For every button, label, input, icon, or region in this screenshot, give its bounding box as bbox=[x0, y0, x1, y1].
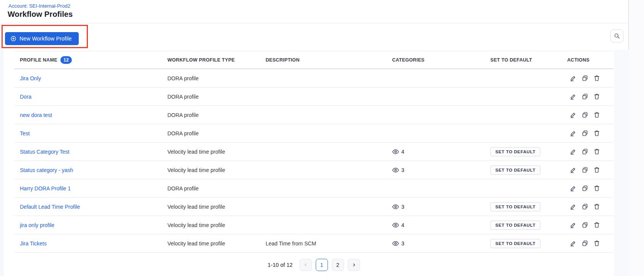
eye-icon[interactable] bbox=[392, 240, 399, 247]
profile-name-link[interactable]: jira only profile bbox=[20, 222, 54, 228]
account-breadcrumb-link[interactable]: Account: SEI-Internal-Prod2 bbox=[8, 3, 70, 9]
copy-icon[interactable] bbox=[581, 240, 588, 247]
profile-name-cell: Test bbox=[20, 130, 167, 136]
profile-type-cell: Velocity lead time profile bbox=[167, 240, 266, 247]
categories-count: 4 bbox=[401, 149, 404, 155]
delete-icon[interactable] bbox=[593, 75, 600, 82]
table-row: jira only profile Velocity lead time pro… bbox=[15, 216, 613, 234]
profile-name-link[interactable]: Jira Tickets bbox=[20, 240, 47, 247]
copy-icon[interactable] bbox=[581, 130, 588, 137]
eye-icon[interactable] bbox=[392, 148, 399, 155]
edit-icon[interactable] bbox=[569, 203, 576, 210]
table-row: Status category - yash Velocity lead tim… bbox=[15, 161, 613, 179]
profile-name-link[interactable]: Status category - yash bbox=[20, 167, 73, 173]
profile-type-cell: DORA profile bbox=[167, 94, 266, 100]
delete-icon[interactable] bbox=[593, 222, 600, 229]
table-row: Dora DORA profile bbox=[15, 88, 613, 106]
edit-icon[interactable] bbox=[569, 93, 576, 100]
copy-icon[interactable] bbox=[581, 148, 588, 155]
copy-icon[interactable] bbox=[581, 203, 588, 210]
search-button[interactable] bbox=[610, 29, 623, 42]
delete-icon[interactable] bbox=[593, 240, 600, 247]
edit-icon[interactable] bbox=[569, 75, 576, 82]
categories-count: 3 bbox=[401, 167, 404, 173]
table-row: new dora test DORA profile bbox=[15, 106, 613, 124]
categories-cell: 4 bbox=[392, 222, 490, 229]
table-row: Harry DORA Profile 1 DORA profile bbox=[15, 179, 613, 198]
profile-name-link[interactable]: Dora bbox=[20, 94, 31, 100]
delete-icon[interactable] bbox=[593, 148, 600, 155]
profile-type-cell: DORA profile bbox=[167, 130, 266, 136]
eye-icon[interactable] bbox=[392, 167, 399, 174]
column-header-description[interactable]: DESCRIPTION bbox=[266, 57, 392, 63]
profile-name-link[interactable]: Test bbox=[20, 130, 30, 136]
profile-name-cell: Jira Only bbox=[20, 75, 167, 81]
edit-icon[interactable] bbox=[569, 240, 576, 247]
set-to-default-chip[interactable]: SET TO DEFAULT bbox=[490, 239, 540, 248]
profile-type-cell: Velocity lead time profile bbox=[167, 222, 266, 228]
column-header-set-to-default[interactable]: SET TO DEFAULT bbox=[490, 57, 567, 63]
categories-cell: 3 bbox=[392, 203, 490, 210]
categories-cell: 3 bbox=[392, 240, 490, 247]
header-divider bbox=[4, 23, 629, 23]
profile-name-cell: Dora bbox=[20, 94, 167, 100]
edit-icon[interactable] bbox=[569, 112, 576, 119]
table-row: Status Category Test Velocity lead time … bbox=[15, 143, 613, 161]
copy-icon[interactable] bbox=[581, 93, 588, 100]
categories-count: 4 bbox=[401, 222, 404, 228]
set-to-default-chip[interactable]: SET TO DEFAULT bbox=[490, 221, 540, 230]
profile-name-link[interactable]: Status Category Test bbox=[20, 149, 70, 155]
column-header-type[interactable]: WORKFLOW PROFILE TYPE bbox=[167, 57, 266, 63]
edit-icon[interactable] bbox=[569, 222, 576, 229]
column-header-actions: ACTIONS bbox=[567, 57, 613, 63]
copy-icon[interactable] bbox=[581, 167, 588, 174]
table-row: Jira Tickets Velocity lead time profile … bbox=[15, 234, 613, 253]
column-header-label: PROFILE NAME bbox=[20, 57, 57, 63]
column-header-profile-name[interactable]: PROFILE NAME 12 bbox=[20, 56, 167, 64]
set-to-default-chip[interactable]: SET TO DEFAULT bbox=[490, 202, 540, 211]
chevron-left-icon bbox=[303, 263, 308, 267]
copy-icon[interactable] bbox=[581, 112, 588, 119]
delete-icon[interactable] bbox=[593, 167, 600, 174]
profile-name-link[interactable]: Harry DORA Profile 1 bbox=[20, 185, 71, 192]
edit-icon[interactable] bbox=[569, 148, 576, 155]
set-to-default-chip[interactable]: SET TO DEFAULT bbox=[490, 147, 540, 156]
copy-icon[interactable] bbox=[581, 75, 588, 82]
delete-icon[interactable] bbox=[593, 185, 600, 192]
new-workflow-profile-button[interactable]: New Workflow Profile bbox=[5, 32, 79, 45]
copy-icon[interactable] bbox=[581, 222, 588, 229]
delete-icon[interactable] bbox=[593, 203, 600, 210]
set-to-default-chip[interactable]: SET TO DEFAULT bbox=[490, 166, 540, 175]
edit-icon[interactable] bbox=[569, 185, 576, 192]
actions-cell bbox=[567, 130, 613, 137]
eye-icon[interactable] bbox=[392, 222, 399, 229]
pagination-next-button[interactable] bbox=[348, 259, 360, 271]
column-header-categories[interactable]: CATEGORIES bbox=[392, 57, 490, 63]
main-panel: Account: SEI-Internal-Prod2 Workflow Pro… bbox=[0, 0, 629, 276]
profile-name-link[interactable]: Default Lead Time Profile bbox=[20, 204, 80, 210]
table-row: Test DORA profile bbox=[15, 124, 613, 143]
pagination-page-2-button[interactable]: 2 bbox=[332, 259, 344, 271]
profile-name-link[interactable]: new dora test bbox=[20, 112, 52, 118]
actions-cell bbox=[567, 167, 613, 174]
profile-type-cell: Velocity lead time profile bbox=[167, 204, 266, 210]
profile-type-cell: DORA profile bbox=[167, 112, 266, 118]
actions-cell bbox=[567, 222, 613, 229]
pagination-prev-button[interactable] bbox=[300, 259, 312, 271]
new-workflow-profile-label: New Workflow Profile bbox=[19, 36, 72, 42]
table-row: Jira Only DORA profile bbox=[15, 69, 613, 88]
profile-type-cell: DORA profile bbox=[167, 185, 266, 192]
edit-icon[interactable] bbox=[569, 130, 576, 137]
profile-name-cell: Default Lead Time Profile bbox=[20, 204, 167, 210]
delete-icon[interactable] bbox=[593, 93, 600, 100]
delete-icon[interactable] bbox=[593, 130, 600, 137]
pagination-page-1-button[interactable]: 1 bbox=[316, 259, 328, 271]
profile-name-link[interactable]: Jira Only bbox=[20, 75, 41, 81]
actions-cell bbox=[567, 93, 613, 100]
copy-icon[interactable] bbox=[581, 185, 588, 192]
table-header-row: PROFILE NAME 12 WORKFLOW PROFILE TYPE DE… bbox=[15, 51, 613, 69]
profile-name-cell: Status category - yash bbox=[20, 167, 167, 173]
delete-icon[interactable] bbox=[593, 112, 600, 119]
edit-icon[interactable] bbox=[569, 167, 576, 174]
eye-icon[interactable] bbox=[392, 203, 399, 210]
